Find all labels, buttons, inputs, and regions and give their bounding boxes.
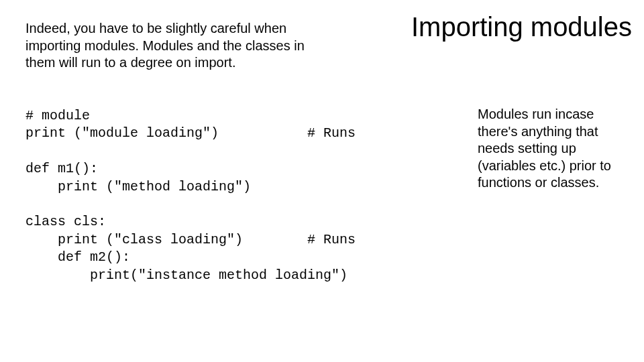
- slide: Importing modules Indeed, you have to be…: [0, 0, 644, 362]
- code-block: # module print ("module loading") # Runs…: [25, 107, 455, 284]
- slide-title: Importing modules: [411, 12, 632, 42]
- intro-paragraph: Indeed, you have to be slightly careful …: [25, 20, 334, 72]
- side-note: Modules run incase there's anything that…: [478, 106, 632, 192]
